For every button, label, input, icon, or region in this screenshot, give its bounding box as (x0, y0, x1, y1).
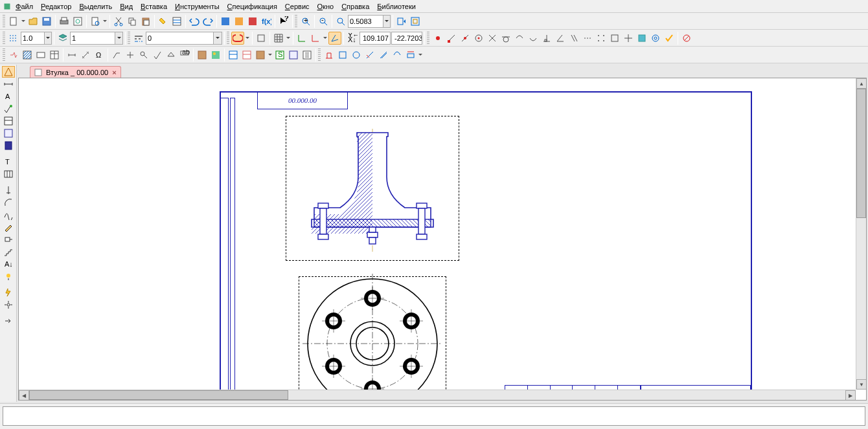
spec3-dropdown[interactable] (268, 49, 273, 61)
ins-hatch-button[interactable] (21, 49, 34, 61)
lt-doc-icon[interactable] (2, 140, 15, 151)
save-button[interactable] (40, 15, 53, 28)
spec2-button[interactable] (240, 49, 253, 61)
snap-node-button[interactable] (622, 32, 635, 45)
menu-editor[interactable]: Редактор (37, 1, 75, 12)
copy-button[interactable] (126, 15, 139, 28)
menu-window[interactable]: Окно (314, 1, 338, 12)
ins-weld-button[interactable] (165, 49, 177, 61)
lt-bolt-icon[interactable] (2, 287, 15, 298)
ins-dim-button[interactable] (65, 49, 78, 61)
linetype-input[interactable] (146, 33, 213, 43)
drawing-canvas[interactable]: 00.000.00 00.000.00 (18, 78, 867, 401)
lt-edit-icon[interactable] (2, 221, 15, 233)
layer-icon[interactable] (56, 32, 69, 45)
document-tab[interactable]: Втулка _ 00.000.00 × (30, 66, 121, 78)
menu-select[interactable]: Выделить (75, 1, 116, 12)
zoom-input[interactable] (348, 16, 383, 27)
lcs-dropdown[interactable] (323, 32, 328, 45)
menu-insert[interactable]: Вставка (137, 1, 171, 12)
grid-dropdown[interactable] (286, 32, 291, 45)
grip[interactable] (318, 49, 321, 61)
par5-button[interactable] (377, 49, 390, 61)
ins-ld1-button[interactable] (110, 49, 123, 61)
print-button[interactable] (58, 15, 71, 28)
doc-manager-button[interactable] (89, 15, 102, 28)
lt-text2-icon[interactable]: T (2, 156, 15, 168)
snap-quad-button[interactable] (608, 32, 621, 45)
grip[interactable] (227, 32, 229, 45)
grid-button[interactable] (272, 32, 285, 45)
menu-service[interactable]: Сервис (281, 1, 314, 12)
ins-dim2-button[interactable] (79, 49, 92, 61)
ins-bmp-button[interactable] (209, 49, 222, 61)
par-dropdown[interactable] (418, 49, 423, 61)
snap-button[interactable] (231, 32, 244, 45)
lt-rough-icon[interactable] (2, 103, 15, 115)
lt-spec-icon[interactable] (2, 115, 15, 127)
grip[interactable] (295, 15, 297, 28)
snap-ang-button[interactable] (554, 32, 567, 45)
new-dropdown[interactable] (21, 15, 26, 28)
ins-ld2-button[interactable] (124, 49, 137, 61)
scroll-up-button[interactable]: ▲ (856, 78, 867, 89)
grip[interactable] (3, 32, 5, 45)
ins-view-button[interactable] (34, 49, 47, 61)
snap-perp-button[interactable] (540, 32, 553, 45)
scroll-left-button[interactable]: ◀ (19, 390, 29, 401)
snap-mid-button[interactable] (459, 32, 472, 45)
ortho-button[interactable] (255, 32, 268, 45)
properties-button[interactable] (170, 15, 183, 28)
format-paint-button[interactable] (157, 15, 170, 28)
grip[interactable] (3, 49, 5, 61)
grip[interactable] (427, 32, 429, 45)
lt-center-icon[interactable] (2, 299, 15, 311)
menu-file[interactable]: Файл (12, 1, 37, 12)
spec1-button[interactable] (227, 49, 240, 61)
ins-txtnote-button[interactable]: abc (178, 49, 191, 61)
lt-stair-icon[interactable] (2, 246, 15, 258)
layer-input[interactable] (71, 33, 115, 43)
scroll-thumb-h[interactable] (29, 390, 288, 400)
zoom-fit-button[interactable] (409, 15, 422, 28)
par7-button[interactable] (404, 49, 417, 61)
snap-par-button[interactable] (567, 32, 580, 45)
snap-check-button[interactable] (663, 32, 676, 45)
line-style-button[interactable] (7, 32, 20, 45)
help-pointer-button[interactable]: ? (277, 15, 290, 28)
lt-tag-icon[interactable] (2, 234, 15, 245)
linetype-dropdown[interactable] (213, 32, 222, 44)
line-weight-combo[interactable] (21, 32, 52, 45)
lt-geometry-icon[interactable] (2, 66, 15, 78)
tab-close-icon[interactable]: × (112, 69, 116, 76)
lib2-button[interactable] (233, 15, 246, 28)
lt-vert-icon[interactable] (2, 184, 15, 196)
snap-tgt-button[interactable] (649, 32, 662, 45)
par1-button[interactable] (323, 49, 336, 61)
scrollbar-vertical[interactable]: ▲ ▼ (856, 78, 866, 390)
lt-bom-icon[interactable] (2, 127, 15, 139)
preview-button[interactable] (71, 15, 84, 28)
lt-text-icon[interactable]: A (2, 91, 15, 102)
lt-assoc-icon[interactable]: A↓ (2, 258, 15, 270)
scroll-thumb-v[interactable] (856, 89, 866, 218)
zoom-dropdown[interactable] (383, 16, 391, 27)
lib1-button[interactable] (219, 15, 232, 28)
spec5-button[interactable] (287, 49, 300, 61)
par4-button[interactable] (363, 49, 376, 61)
par6-button[interactable] (391, 49, 404, 61)
menu-spec[interactable]: Спецификация (223, 1, 281, 12)
open-button[interactable] (27, 15, 40, 28)
menu-libraries[interactable]: Библиотеки (373, 1, 420, 12)
lt-spline-icon[interactable] (2, 209, 15, 221)
ins-break-button[interactable] (7, 49, 20, 61)
ins-table-button[interactable] (48, 49, 61, 61)
line-weight-input[interactable] (21, 33, 44, 43)
doc-dropdown[interactable] (102, 15, 108, 28)
snap-center-button[interactable] (472, 32, 485, 45)
spec3-button[interactable] (254, 49, 267, 61)
layer-combo[interactable] (70, 32, 123, 45)
undo-button[interactable] (188, 15, 201, 28)
zoom-prev-button[interactable] (395, 15, 408, 28)
snap-end-button[interactable] (445, 32, 458, 45)
